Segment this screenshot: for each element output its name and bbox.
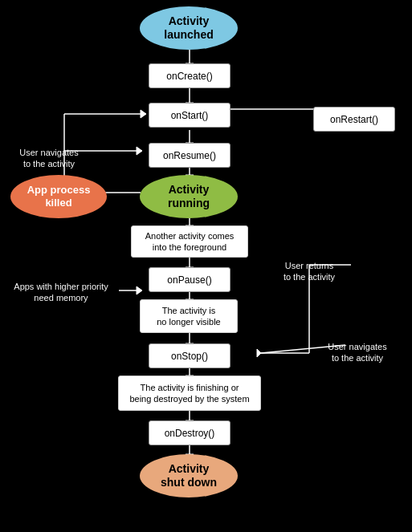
ondestroy-label: onDestroy(): [165, 428, 215, 439]
onresume-label: onResume(): [163, 150, 216, 161]
onstop-node: onStop(): [149, 343, 230, 368]
onstart-label: onStart(): [171, 110, 209, 121]
onpause-node: onPause(): [149, 267, 230, 292]
onresume-node: onResume(): [149, 143, 230, 168]
user-returns-label: User returnsto the activity: [269, 254, 349, 289]
activity-shut-down-label: Activity shut down: [161, 462, 217, 489]
apps-priority-label: Apps with higher priorityneed memory: [2, 274, 120, 310]
onrestart-label: onRestart(): [330, 114, 378, 125]
activity-no-longer-node: The activity isno longer visible: [140, 299, 238, 333]
svg-marker-33: [257, 349, 261, 357]
onpause-label: onPause(): [167, 274, 211, 286]
activity-launched-label: Activity launched: [164, 14, 213, 42]
activity-running-label: Activity running: [168, 183, 210, 210]
svg-marker-31: [137, 286, 142, 294]
ondestroy-node: onDestroy(): [149, 420, 230, 445]
activity-running-node: Activity running: [140, 175, 238, 218]
oncreate-node: onCreate(): [149, 63, 230, 88]
activity-finishing-node: The activity is finishing orbeing destro…: [118, 376, 261, 411]
activity-launched-node: Activity launched: [140, 6, 238, 50]
another-activity-node: Another activity comesinto the foregroun…: [131, 225, 248, 258]
user-navigates-2-label: User navigatesto the activity: [313, 337, 402, 368]
svg-marker-29: [141, 110, 146, 118]
svg-marker-35: [137, 147, 142, 155]
onrestart-node: onRestart(): [313, 107, 395, 132]
activity-shut-down-node: Activity shut down: [140, 454, 238, 497]
onstop-label: onStop(): [171, 351, 208, 362]
oncreate-label: onCreate(): [166, 71, 212, 82]
app-process-killed-label: App process killed: [27, 184, 91, 209]
onstart-node: onStart(): [149, 103, 230, 128]
app-process-killed-node: App process killed: [10, 175, 107, 218]
user-navigates-1-label: User navigatesto the activity: [2, 143, 96, 173]
